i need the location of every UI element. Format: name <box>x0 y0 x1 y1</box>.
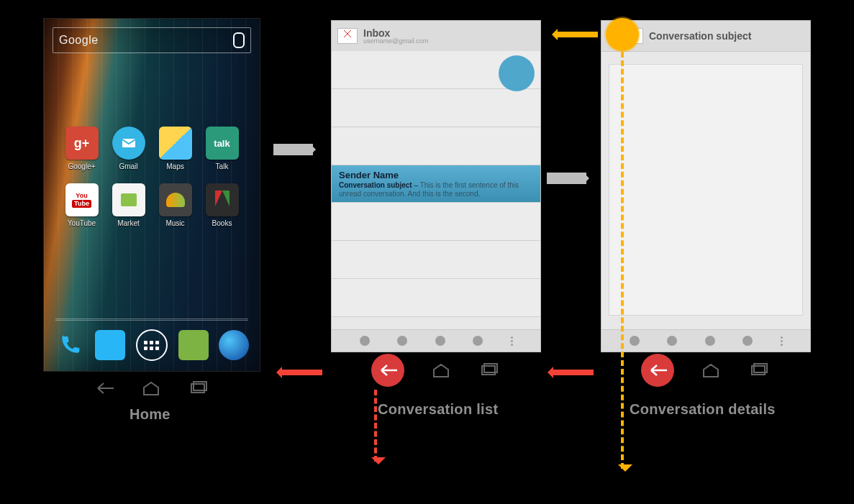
up-flow-dashed <box>621 52 624 469</box>
system-nav-inbox <box>345 356 525 385</box>
nav-back-icon[interactable] <box>94 380 115 396</box>
sender-name: Sender Name <box>339 170 533 181</box>
app-label: YouTube <box>60 219 104 227</box>
nav-back-highlight[interactable] <box>371 354 404 387</box>
maps-icon <box>159 127 192 160</box>
conversation-row[interactable] <box>332 127 540 165</box>
caption-home: Home <box>130 406 171 423</box>
conversation-row[interactable] <box>332 279 540 317</box>
app-books[interactable]: Books <box>201 183 244 227</box>
back-arrow-icon <box>279 370 322 375</box>
conversation-subject: Conversation subject <box>339 181 412 189</box>
caption-detail: Conversation details <box>630 401 776 418</box>
action-icon[interactable] <box>360 336 370 346</box>
phone-icon <box>58 334 81 357</box>
app-icon-grid: Google+ Gmail Maps talk Talk <box>58 127 245 227</box>
forward-arrow-icon <box>547 173 586 184</box>
app-label: Talk <box>201 162 244 170</box>
action-icon[interactable] <box>742 336 753 346</box>
envelope-icon <box>120 134 137 152</box>
talk-icon: talk <box>206 127 239 160</box>
touch-indicator-icon <box>499 55 535 91</box>
action-icon[interactable] <box>397 336 407 346</box>
google-search-widget[interactable]: Google <box>53 27 251 53</box>
home-screen: Google Google+ Gmail Maps <box>43 18 260 372</box>
message-body-area[interactable] <box>609 64 803 316</box>
app-label: Gmail <box>107 162 150 170</box>
gmail-icon <box>112 127 145 160</box>
action-icon[interactable] <box>667 336 677 346</box>
app-talk[interactable]: talk Talk <box>201 127 244 170</box>
app-music[interactable]: Music <box>154 183 197 227</box>
google-plus-icon <box>65 127 99 160</box>
music-icon <box>159 183 192 216</box>
app-label: Google+ <box>60 162 104 170</box>
detail-title: Conversation subject <box>649 31 751 41</box>
diagram-canvas: Google Google+ Gmail Maps <box>0 0 854 504</box>
conversation-row[interactable] <box>332 203 540 241</box>
inbox-action-bar[interactable]: Inbox username@gmail.com <box>332 21 540 52</box>
up-nav-arrow-icon <box>555 32 598 37</box>
forward-arrow-icon <box>273 144 313 155</box>
action-icon[interactable] <box>473 336 483 346</box>
conversation-list[interactable]: Sender Name Conversation subject – This … <box>332 51 540 330</box>
inbox-account: username@gmail.com <box>363 38 428 45</box>
action-icon[interactable] <box>435 336 445 346</box>
gmail-inbox-screen: Inbox username@gmail.com Sender Name Con… <box>331 20 541 352</box>
dock-app-drawer[interactable] <box>136 329 168 361</box>
caption-inbox: Conversation list <box>378 401 498 418</box>
nav-back-highlight[interactable] <box>641 354 674 387</box>
subject-preview: Conversation subject – This is the first… <box>339 181 533 198</box>
back-flow-dashed <box>374 390 377 462</box>
dock-browser[interactable] <box>219 330 249 360</box>
app-gmail[interactable]: Gmail <box>107 127 150 170</box>
app-label: Music <box>154 219 197 227</box>
page-indicator <box>55 319 248 321</box>
gmail-app-icon <box>337 28 358 44</box>
market-icon <box>112 183 145 216</box>
gmail-detail-screen: 〈 Conversation subject <box>601 20 811 352</box>
app-market[interactable]: Market <box>107 183 150 227</box>
app-google-plus[interactable]: Google+ <box>60 127 104 170</box>
dock <box>44 329 260 361</box>
app-label: Maps <box>154 162 197 170</box>
dock-contacts[interactable] <box>95 330 125 360</box>
conversation-row[interactable] <box>332 241 540 279</box>
detail-title-group: Conversation subject <box>649 31 751 41</box>
youtube-icon-text: Tube <box>72 200 91 208</box>
nav-home-icon[interactable] <box>700 362 722 378</box>
detail-bottom-bar <box>601 329 810 352</box>
books-icon <box>206 183 239 216</box>
app-youtube[interactable]: You Tube YouTube <box>60 183 104 227</box>
up-affordance-highlight <box>606 18 639 51</box>
inbox-bottom-bar <box>332 329 540 352</box>
app-maps[interactable]: Maps <box>154 127 197 170</box>
system-nav-detail <box>615 356 795 385</box>
inbox-title-group: Inbox username@gmail.com <box>363 28 428 45</box>
nav-recent-icon[interactable] <box>478 362 499 378</box>
dock-phone[interactable] <box>55 330 85 360</box>
action-icon[interactable] <box>630 336 640 346</box>
youtube-icon: You Tube <box>65 183 99 216</box>
app-label: Market <box>107 219 150 227</box>
nav-home-icon[interactable] <box>430 362 452 378</box>
system-nav-home <box>68 374 234 403</box>
app-label: Books <box>201 219 244 227</box>
action-icon[interactable] <box>705 336 715 346</box>
inbox-title: Inbox <box>363 28 428 38</box>
conversation-row[interactable] <box>332 89 540 127</box>
dock-messaging[interactable] <box>178 330 209 360</box>
nav-recent-icon[interactable] <box>187 380 209 396</box>
nav-recent-icon[interactable] <box>748 362 769 378</box>
search-label: Google <box>59 34 233 47</box>
mic-icon[interactable] <box>233 32 245 48</box>
nav-home-icon[interactable] <box>140 380 162 396</box>
overflow-icon[interactable] <box>511 336 513 346</box>
conversation-row-selected[interactable]: Sender Name Conversation subject – This … <box>332 165 540 203</box>
overflow-icon[interactable] <box>781 336 783 346</box>
back-arrow-icon <box>550 370 594 375</box>
youtube-icon-text: You <box>76 193 87 199</box>
